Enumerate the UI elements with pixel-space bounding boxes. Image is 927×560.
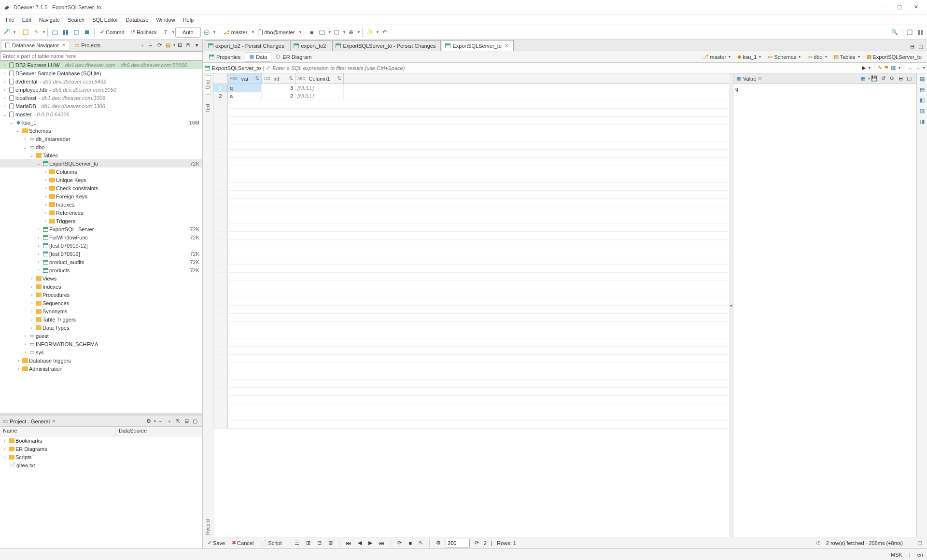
link-icon[interactable]: ⇱: [184, 41, 193, 50]
tree-node[interactable]: ›Table Triggers: [0, 315, 202, 323]
nav-menu-icon[interactable]: ▾: [923, 66, 925, 70]
sort-icon[interactable]: ⇅: [255, 75, 259, 82]
auto-commit-mode[interactable]: Auto: [175, 27, 201, 38]
refresh-count-icon[interactable]: ⟳: [473, 539, 481, 547]
max-icon[interactable]: ▢: [915, 539, 924, 547]
schema-select[interactable]: dbo@master: [255, 28, 297, 37]
panels-icon[interactable]: ▦: [891, 65, 896, 71]
stop-icon[interactable]: ■: [407, 539, 414, 547]
breadcrumb-item[interactable]: ▤Tables▾: [830, 53, 863, 61]
navigator-tab[interactable]: Database Navigator✕: [1, 40, 70, 51]
tree-node[interactable]: ›MariaDB- db1.dev.dbeaver.com:3306: [0, 102, 202, 110]
maximize-icon[interactable]: ▢: [916, 42, 925, 51]
tree-node[interactable]: ›Administration: [0, 364, 202, 373]
close-icon[interactable]: ✕: [62, 42, 66, 48]
menu-window[interactable]: Window: [152, 16, 179, 24]
editor-tab[interactable]: ExportSQLServer_to✕: [442, 40, 514, 51]
tree-node[interactable]: ⌄Schemas: [0, 126, 202, 135]
breadcrumb-item[interactable]: ▭dbo▾: [804, 53, 830, 61]
tree-node[interactable]: ›▭guest: [0, 332, 202, 340]
er-diagram-tab[interactable]: ⬡ER Diagram: [271, 52, 316, 62]
tree-node[interactable]: ›Triggers: [0, 217, 202, 225]
record-mode[interactable]: Record: [205, 518, 211, 537]
database-tree[interactable]: ›DB2 Express LUW- db4.dev.dbeaver.com- d…: [0, 61, 202, 413]
tree-node[interactable]: ›Data Types: [0, 323, 202, 332]
commit-button[interactable]: ✔Commit: [97, 28, 127, 37]
tx-icon[interactable]: [50, 28, 60, 37]
tree-node[interactable]: ›employee.fdb- db3.dev.dbeaver.com:3050: [0, 85, 202, 94]
menu-file[interactable]: File: [2, 16, 18, 24]
project-item[interactable]: ›Scripts: [0, 453, 202, 461]
fetch-size-input[interactable]: [446, 539, 470, 547]
editor-tab[interactable]: ExportSQLServer_to - Persist Changes: [332, 40, 441, 51]
import-icon[interactable]: [332, 28, 341, 37]
perspective1-icon[interactable]: [905, 28, 914, 37]
apply-icon[interactable]: ▦: [858, 74, 867, 83]
text-mode[interactable]: Text: [205, 98, 211, 118]
tree-node[interactable]: ›Check constraints: [0, 184, 202, 192]
dropdown-icon[interactable]: ▾: [343, 30, 345, 34]
breadcrumb-item[interactable]: ▦ExportSQLServer_to: [863, 53, 926, 61]
tree-node[interactable]: ›DBeaver Sample Database (SQLite): [0, 69, 202, 77]
perspective2-icon[interactable]: [915, 28, 925, 37]
breadcrumb-item[interactable]: ⎇master▾: [699, 53, 734, 61]
tree-node[interactable]: ›▭INFORMATION_SCHEMA: [0, 340, 202, 348]
tree-node[interactable]: ›dvdrental- db3.dev.dbeaver.com:5432: [0, 77, 202, 85]
tree-node[interactable]: ›Sequences: [0, 299, 202, 307]
minimize-icon[interactable]: ⊟: [908, 42, 916, 51]
filter-history-icon[interactable]: ▾: [869, 66, 871, 70]
data-tab[interactable]: ▦Data: [245, 52, 271, 62]
projects-tab[interactable]: ▭Projects: [70, 40, 105, 51]
project-file[interactable]: 📄gitea.txt: [0, 461, 202, 469]
menu-icon[interactable]: ▾: [193, 41, 201, 50]
gear-icon[interactable]: ⚙: [144, 417, 153, 426]
branch-select[interactable]: ⎇master: [221, 28, 251, 37]
tree-node[interactable]: ›ExportSQL_Server72K: [0, 225, 202, 233]
tree-node[interactable]: ›Foreign Keys: [0, 192, 202, 200]
tree-node[interactable]: ⌄▭dbo: [0, 143, 202, 151]
nav-back-icon[interactable]: ←: [908, 65, 913, 71]
search-icon[interactable]: 🔍: [890, 28, 899, 37]
breadcrumb-item[interactable]: ▭Schemas▾: [764, 53, 804, 61]
apply-filter-icon[interactable]: ▶: [862, 65, 866, 71]
panel-icon[interactable]: ▤: [917, 84, 927, 95]
tree-node[interactable]: ›Unique Keys: [0, 176, 202, 184]
results-grid[interactable]: ABC var⇅ 123 int⇅ ABC Column1⇅ 1q3[NULL]…: [213, 73, 729, 537]
tree-node[interactable]: ⌄Tables: [0, 151, 202, 159]
dup-row-icon[interactable]: ⊟: [315, 539, 323, 547]
menu-sql editor[interactable]: SQL Editor: [88, 16, 122, 24]
dropdown-icon[interactable]: ▾: [329, 30, 331, 34]
tx-mode-icon[interactable]: T: [161, 28, 170, 37]
sql-filter-input[interactable]: [272, 65, 860, 71]
next-icon[interactable]: ▶: [366, 539, 374, 547]
menu-navigate[interactable]: Navigate: [35, 16, 64, 24]
tree-node[interactable]: ›References: [0, 209, 202, 217]
minimize-button[interactable]: —: [875, 2, 891, 13]
col-column1-header[interactable]: ABC Column1⇅: [295, 73, 344, 84]
expand-icon[interactable]: ⤢: [266, 65, 270, 71]
menu-database[interactable]: Database: [122, 16, 152, 24]
col-name[interactable]: Name: [0, 427, 116, 436]
revert-icon[interactable]: ↺: [879, 74, 887, 83]
save-value-icon[interactable]: 💾: [870, 74, 879, 83]
sort-icon[interactable]: ⇅: [289, 75, 293, 82]
last-icon[interactable]: ⏭: [377, 539, 386, 547]
min-icon[interactable]: ⊟: [896, 74, 905, 83]
dropdown-icon[interactable]: ▾: [358, 30, 360, 34]
tree-node[interactable]: ›product_audits72K: [0, 258, 202, 266]
close-icon[interactable]: ✕: [52, 419, 56, 424]
add-row-icon[interactable]: ⊞: [304, 539, 312, 547]
collapse-icon[interactable]: ⊟: [182, 417, 191, 426]
magic-icon[interactable]: ✨: [365, 28, 375, 37]
panels-menu-icon[interactable]: ▾: [899, 66, 900, 70]
tree-node[interactable]: ›Database triggers: [0, 356, 202, 364]
close-button[interactable]: ✕: [908, 2, 924, 13]
tree-node[interactable]: ›Synonyms: [0, 307, 202, 315]
link-icon[interactable]: ⇱: [173, 417, 182, 426]
nav-fwd-icon[interactable]: →: [915, 65, 920, 71]
gear-icon[interactable]: ⚙: [434, 539, 443, 547]
tree-filter-input[interactable]: [0, 51, 202, 61]
col-var-header[interactable]: ABC var⇅: [228, 73, 262, 84]
custom-filter-icon[interactable]: ✎: [878, 65, 882, 71]
export-icon[interactable]: ⇱: [417, 539, 425, 547]
